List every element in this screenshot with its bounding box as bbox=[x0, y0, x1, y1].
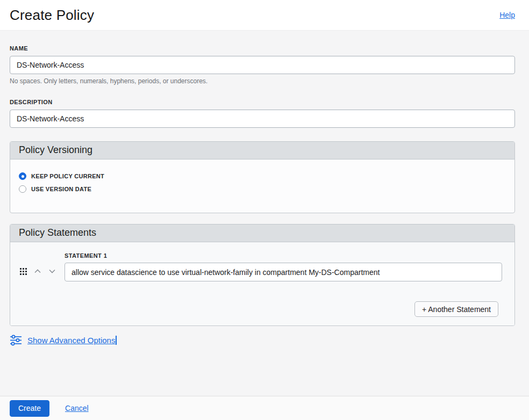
policy-statements-section: Policy Statements STATEMENT 1 bbox=[10, 224, 515, 326]
policy-versioning-section: Policy Versioning KEEP POLICY CURRENT US… bbox=[10, 141, 515, 213]
name-input[interactable] bbox=[10, 56, 515, 74]
text-caret bbox=[116, 336, 117, 345]
radio-label: KEEP POLICY CURRENT bbox=[31, 173, 104, 179]
page-header: Create Policy Help bbox=[0, 0, 529, 31]
drag-handle-icon[interactable] bbox=[19, 267, 28, 276]
chevron-down-icon bbox=[48, 267, 56, 276]
statement-row-controls bbox=[19, 266, 57, 276]
show-advanced-options-link[interactable]: Show Advanced Options bbox=[27, 336, 115, 345]
advanced-options-row: Show Advanced Options bbox=[10, 334, 515, 346]
statement-field-group: STATEMENT 1 bbox=[65, 252, 502, 281]
add-another-statement-button[interactable]: + Another Statement bbox=[414, 301, 498, 317]
policy-versioning-body: KEEP POLICY CURRENT USE VERSION DATE bbox=[10, 160, 514, 213]
radio-icon bbox=[19, 185, 26, 193]
policy-versioning-title: Policy Versioning bbox=[19, 144, 92, 155]
chevron-up-icon bbox=[33, 267, 42, 276]
help-link[interactable]: Help bbox=[499, 11, 515, 19]
statement-row: STATEMENT 1 bbox=[10, 252, 514, 281]
name-label: NAME bbox=[10, 45, 515, 52]
description-input[interactable] bbox=[10, 110, 515, 128]
radio-icon bbox=[19, 172, 26, 180]
add-statement-row: + Another Statement bbox=[10, 281, 514, 317]
page-footer: Create Cancel bbox=[0, 396, 529, 420]
policy-statements-body: STATEMENT 1 + Another Statement bbox=[10, 242, 514, 325]
page-title: Create Policy bbox=[10, 7, 94, 24]
move-down-button[interactable] bbox=[47, 266, 57, 276]
description-label: DESCRIPTION bbox=[10, 99, 515, 105]
create-button[interactable]: Create bbox=[10, 400, 49, 417]
statement-label: STATEMENT 1 bbox=[65, 252, 502, 259]
move-up-button[interactable] bbox=[33, 266, 42, 276]
cancel-link[interactable]: Cancel bbox=[65, 404, 89, 412]
policy-statements-title: Policy Statements bbox=[19, 227, 96, 238]
sliders-icon bbox=[10, 334, 22, 346]
description-field-group: DESCRIPTION bbox=[10, 99, 515, 128]
name-field-group: NAME No spaces. Only letters, numerals, … bbox=[10, 45, 515, 85]
radio-use-version-date[interactable]: USE VERSION DATE bbox=[19, 185, 506, 193]
name-helper-text: No spaces. Only letters, numerals, hyphe… bbox=[10, 77, 515, 85]
statement-input[interactable] bbox=[65, 263, 502, 281]
main-content: NAME No spaces. Only letters, numerals, … bbox=[0, 31, 529, 396]
policy-statements-header: Policy Statements bbox=[10, 225, 514, 242]
policy-versioning-header: Policy Versioning bbox=[10, 142, 514, 160]
radio-label: USE VERSION DATE bbox=[31, 186, 91, 192]
radio-keep-policy-current[interactable]: KEEP POLICY CURRENT bbox=[19, 172, 506, 180]
